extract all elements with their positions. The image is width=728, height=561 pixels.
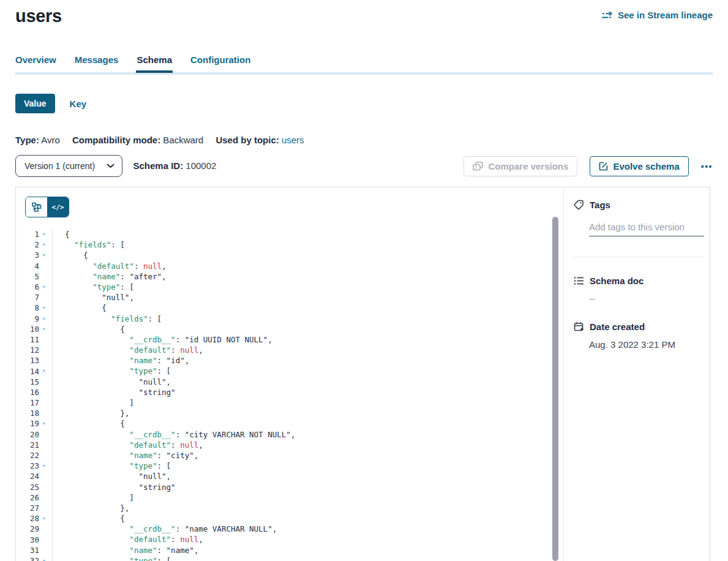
code-text: { — [52, 229, 563, 239]
tree-view-button[interactable] — [26, 197, 47, 217]
topic-link[interactable]: users — [282, 135, 304, 145]
code-line: 7 "null", — [16, 292, 563, 303]
code-line: 18 }, — [16, 408, 563, 418]
code-text: "string" — [52, 387, 563, 397]
code-line: 26 ] — [16, 492, 563, 503]
compare-icon — [473, 162, 483, 171]
code-view-button[interactable]: </> — [47, 197, 69, 217]
code-line: 9▼ "fields": [ — [16, 314, 563, 324]
line-number: 17 — [16, 398, 39, 407]
list-icon — [574, 276, 584, 285]
line-number: 30 — [16, 535, 39, 544]
code-line: 17 ] — [16, 397, 563, 408]
line-number: 4 — [16, 262, 39, 271]
code-line: 20 "__crdb__": "city VARCHAR NOT NULL", — [16, 429, 563, 440]
schema-panel: </> 1▼{2▼ "fields": [3▼ {4 "default": nu… — [15, 187, 710, 561]
code-line: 22 "name": "city", — [16, 450, 563, 461]
code-line: 24 "null", — [16, 471, 563, 481]
code-line: 1▼{ — [16, 229, 563, 239]
type-value: Avro — [41, 135, 60, 145]
line-number: 23 — [16, 461, 39, 470]
line-number: 16 — [16, 388, 39, 397]
more-actions-button[interactable]: ••• — [701, 162, 713, 171]
tab-messages[interactable]: Messages — [75, 55, 119, 73]
version-bar: Version 1 (current) Schema ID: 100002 Co… — [15, 155, 713, 178]
fold-arrow-icon[interactable]: ▼ — [39, 282, 49, 292]
code-text: "type": [ — [52, 461, 563, 471]
chevron-down-icon — [107, 164, 114, 168]
line-number: 10 — [16, 325, 39, 334]
used-by-topic-label: Used by topic: — [216, 135, 279, 145]
code-text: "fields": [ — [52, 239, 563, 250]
code-line: 11 "__crdb__": "id UUID NOT NULL", — [16, 334, 563, 345]
tree-view-icon — [32, 202, 42, 212]
editor-scrollbar[interactable] — [552, 217, 558, 561]
code-text: "type": [ — [52, 555, 563, 561]
fold-arrow-icon[interactable]: ▼ — [39, 324, 49, 334]
fold-arrow-icon[interactable]: ▼ — [39, 303, 49, 313]
value-key-toggle: Value Key — [15, 94, 86, 113]
schema-doc-title: Schema doc — [590, 276, 644, 286]
line-number: 22 — [16, 451, 39, 460]
compatibility-label: Compatibility mode: — [72, 135, 160, 145]
code-line: 29 "__crdb__": "name VARCHAR NULL", — [16, 524, 563, 534]
code-text: "default": null, — [52, 345, 563, 355]
value-tab-button[interactable]: Value — [15, 94, 55, 113]
compare-versions-button[interactable]: Compare versions — [463, 156, 577, 176]
tab-overview[interactable]: Overview — [15, 55, 56, 73]
line-number: 29 — [16, 524, 39, 533]
editor-view-toggle: </> — [25, 197, 69, 217]
line-number: 24 — [16, 472, 39, 481]
see-in-stream-lineage-link[interactable]: See in Stream lineage — [602, 10, 713, 20]
fold-arrow-icon[interactable]: ▼ — [39, 229, 49, 239]
fold-arrow-icon[interactable]: ▼ — [39, 555, 49, 561]
code-line: 8▼ { — [16, 303, 563, 313]
line-number: 15 — [16, 377, 39, 386]
line-number: 11 — [16, 335, 39, 344]
line-number: 26 — [16, 493, 39, 502]
code-text: "__crdb__": "id UUID NOT NULL", — [52, 334, 563, 345]
code-text: "default": null, — [52, 440, 563, 450]
line-number: 20 — [16, 430, 39, 439]
fold-arrow-icon[interactable]: ▼ — [39, 366, 49, 376]
code-text: "name": "name", — [52, 545, 563, 555]
schema-meta: Type: Avro Compatibility mode: Backward … — [15, 135, 314, 145]
stream-lineage-icon — [602, 11, 614, 20]
line-number: 7 — [16, 293, 39, 302]
fold-arrow-icon[interactable]: ▼ — [39, 461, 49, 471]
evolve-schema-button[interactable]: Evolve schema — [590, 156, 688, 176]
version-select[interactable]: Version 1 (current) — [15, 155, 122, 177]
tab-schema[interactable]: Schema — [137, 55, 172, 73]
sidebar-divider — [574, 257, 704, 257]
fold-arrow-icon[interactable]: ▼ — [39, 418, 49, 429]
code-text: ] — [52, 492, 563, 503]
code-text: { — [52, 324, 563, 334]
line-number: 14 — [16, 367, 39, 376]
code-text: { — [52, 303, 563, 313]
line-number: 32 — [16, 556, 39, 561]
code-line: 21 "default": null, — [16, 440, 563, 450]
schema-code-editor[interactable]: 1▼{2▼ "fields": [3▼ {4 "default": null,5… — [16, 229, 563, 561]
code-line: 4 "default": null, — [16, 261, 563, 271]
calendar-add-icon — [574, 322, 584, 332]
line-number: 12 — [16, 345, 39, 355]
line-number: 28 — [16, 514, 39, 523]
schema-page: users See in Stream lineage OverviewMess… — [0, 0, 728, 561]
tab-configuration[interactable]: Configuration — [190, 55, 250, 73]
code-text: "null", — [52, 292, 563, 303]
line-number: 2 — [16, 240, 39, 249]
add-tags-input[interactable] — [589, 220, 704, 236]
schema-sidebar: Tags Schema doc -- — [563, 187, 710, 561]
key-tab-link[interactable]: Key — [70, 99, 87, 109]
fold-arrow-icon[interactable]: ▼ — [39, 250, 49, 260]
code-text: "default": null, — [52, 534, 563, 544]
fold-arrow-icon[interactable]: ▼ — [39, 314, 49, 324]
fold-arrow-icon[interactable]: ▼ — [39, 239, 49, 250]
tag-icon — [574, 200, 584, 210]
code-line: 2▼ "fields": [ — [16, 239, 563, 250]
code-line: 31 "name": "name", — [16, 545, 563, 555]
line-number: 31 — [16, 546, 39, 555]
code-text: "__crdb__": "city VARCHAR NOT NULL", — [52, 429, 563, 440]
code-text: { — [52, 250, 563, 260]
fold-arrow-icon[interactable]: ▼ — [39, 513, 49, 524]
